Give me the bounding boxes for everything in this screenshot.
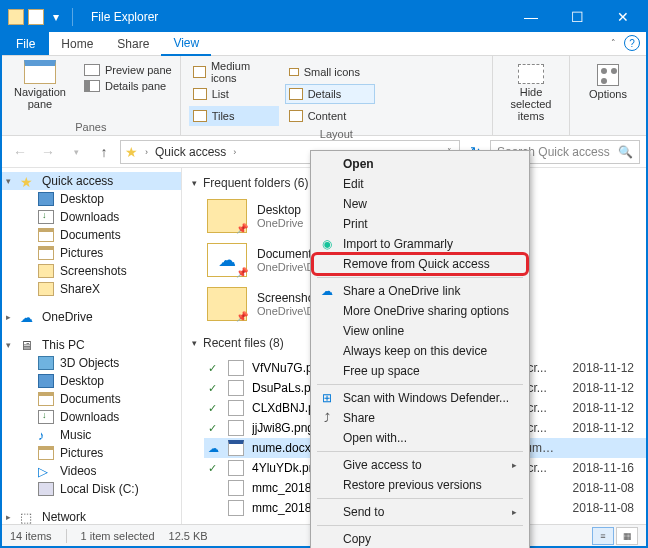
sidebar-this-pc[interactable]: ▾🖥This PC (2, 336, 181, 354)
ribbon: Navigation pane Preview pane Details pan… (2, 56, 646, 136)
sidebar-pictures-pc[interactable]: Pictures (2, 444, 181, 462)
up-button[interactable]: ↑ (92, 140, 116, 164)
status-item-count: 14 items (10, 530, 52, 542)
layout-details[interactable]: Details (285, 84, 375, 104)
ctx-free-space[interactable]: Free up space (313, 361, 527, 381)
sidebar-3d-objects[interactable]: 3D Objects (2, 354, 181, 372)
sidebar-onedrive[interactable]: ▸☁OneDrive (2, 308, 181, 326)
close-button[interactable]: ✕ (600, 2, 646, 32)
folder-icon (207, 199, 247, 233)
details-view-button[interactable]: ≡ (592, 527, 614, 545)
caret-down-icon: ▾ (192, 338, 197, 348)
preview-pane-button[interactable]: Preview pane (84, 64, 172, 76)
context-menu: Open Edit New Print ◉Import to Grammarly… (310, 150, 530, 548)
grammarly-icon: ◉ (319, 236, 335, 252)
ctx-defender[interactable]: ⊞Scan with Windows Defender... (313, 388, 527, 408)
folder-icon (207, 243, 247, 277)
hide-icon (518, 64, 544, 84)
chevron-right-icon[interactable]: › (142, 147, 151, 157)
layout-medium-icons[interactable]: Medium icons (189, 62, 279, 82)
sidebar-quick-access[interactable]: ▾★Quick access (2, 172, 181, 190)
ctx-new[interactable]: New (313, 194, 527, 214)
forward-button[interactable]: → (36, 140, 60, 164)
home-tab[interactable]: Home (49, 32, 105, 55)
folder-icon (8, 9, 24, 25)
back-button[interactable]: ← (8, 140, 32, 164)
quick-access-icon: ★ (125, 144, 138, 160)
layout-options: Medium icons Small icons List Details Ti… (189, 60, 484, 126)
sidebar-videos[interactable]: ▷Videos (2, 462, 181, 480)
sidebar-documents-pc[interactable]: Documents (2, 390, 181, 408)
ctx-send-to[interactable]: Send to▸ (313, 502, 527, 522)
navigation-pane-icon (24, 60, 56, 84)
sidebar-sharex[interactable]: ShareX (2, 280, 181, 298)
ctx-open-with[interactable]: Open with... (313, 428, 527, 448)
layout-group-label: Layout (189, 126, 484, 140)
folder-icon (207, 287, 247, 321)
sidebar-desktop-pc[interactable]: Desktop (2, 372, 181, 390)
options-button[interactable]: Options (578, 60, 638, 100)
recent-locations-button[interactable]: ▾ (64, 140, 88, 164)
status-selected: 1 item selected (81, 530, 155, 542)
chevron-right-icon[interactable]: › (230, 147, 239, 157)
minimize-button[interactable]: — (508, 2, 554, 32)
layout-small-icons[interactable]: Small icons (285, 62, 375, 82)
ctx-give-access[interactable]: Give access to▸ (313, 455, 527, 475)
ctx-open[interactable]: Open (313, 154, 527, 174)
sidebar-desktop[interactable]: Desktop (2, 190, 181, 208)
details-pane-button[interactable]: Details pane (84, 80, 172, 92)
ctx-restore[interactable]: Restore previous versions (313, 475, 527, 495)
shield-icon: ⊞ (319, 390, 335, 406)
view-tab[interactable]: View (161, 32, 211, 56)
explorer-icon (28, 9, 44, 25)
chevron-right-icon: ▸ (512, 460, 517, 470)
sidebar-screenshots[interactable]: Screenshots (2, 262, 181, 280)
window-title: File Explorer (83, 10, 508, 24)
sidebar-local-disk[interactable]: Local Disk (C:) (2, 480, 181, 498)
sidebar-documents[interactable]: Documents (2, 226, 181, 244)
ctx-share[interactable]: ⤴Share (313, 408, 527, 428)
cloud-icon: ☁ (319, 283, 335, 299)
ctx-remove-quick-access[interactable]: Remove from Quick access (313, 254, 527, 274)
share-icon: ⤴ (319, 410, 335, 426)
sidebar-downloads[interactable]: Downloads (2, 208, 181, 226)
breadcrumb-item[interactable]: Quick access (155, 145, 226, 159)
sidebar-music[interactable]: ♪Music (2, 426, 181, 444)
panes-group-label: Panes (10, 119, 172, 133)
file-tab[interactable]: File (2, 32, 49, 55)
layout-list[interactable]: List (189, 84, 279, 104)
layout-content[interactable]: Content (285, 106, 375, 126)
hide-selected-button[interactable]: Hide selected items (501, 60, 561, 122)
help-icon[interactable]: ? (624, 35, 640, 51)
title-bar: ▾ File Explorer — ☐ ✕ (2, 2, 646, 32)
tiles-view-button[interactable]: ▦ (616, 527, 638, 545)
ctx-view-online[interactable]: View online (313, 321, 527, 341)
ctx-print[interactable]: Print (313, 214, 527, 234)
search-icon: 🔍 (618, 145, 633, 159)
chevron-right-icon: ▸ (512, 507, 517, 517)
ctx-grammarly[interactable]: ◉Import to Grammarly (313, 234, 527, 254)
navigation-sidebar: ▾★Quick access Desktop Downloads Documen… (2, 168, 182, 524)
ctx-copy[interactable]: Copy (313, 529, 527, 548)
ctx-edit[interactable]: Edit (313, 174, 527, 194)
options-icon (597, 64, 619, 86)
collapse-ribbon-icon[interactable]: ˄ (611, 38, 616, 48)
navigation-pane-button[interactable]: Navigation pane (10, 60, 70, 110)
ctx-more-onedrive[interactable]: More OneDrive sharing options (313, 301, 527, 321)
qat-dropdown-icon[interactable]: ▾ (48, 9, 64, 25)
maximize-button[interactable]: ☐ (554, 2, 600, 32)
caret-down-icon: ▾ (192, 178, 197, 188)
sidebar-downloads-pc[interactable]: Downloads (2, 408, 181, 426)
status-size: 12.5 KB (169, 530, 208, 542)
ctx-keep-device[interactable]: Always keep on this device (313, 341, 527, 361)
sidebar-pictures[interactable]: Pictures (2, 244, 181, 262)
share-tab[interactable]: Share (105, 32, 161, 55)
ribbon-tabs: File Home Share View ˄ ? (2, 32, 646, 56)
sidebar-network[interactable]: ▸⬚Network (2, 508, 181, 524)
layout-tiles[interactable]: Tiles (189, 106, 279, 126)
ctx-share-onedrive[interactable]: ☁Share a OneDrive link (313, 281, 527, 301)
